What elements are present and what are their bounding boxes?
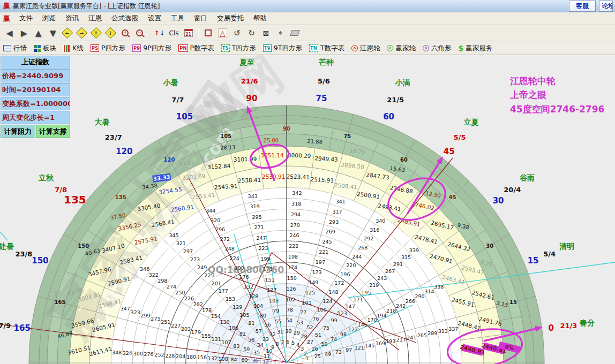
svg-text:322: 322 — [149, 272, 159, 278]
toolbar-item-kline[interactable]: K线 — [63, 44, 84, 53]
t-square-icon: TS — [221, 44, 230, 52]
toolbar-item-9p-square[interactable]: P99P四方形 — [132, 44, 171, 53]
svg-text:265: 265 — [417, 332, 427, 338]
quotes-icon — [3, 45, 11, 51]
toolbar-item-hexagon[interactable]: 六角形 — [423, 44, 452, 53]
svg-text:32: 32 — [269, 331, 276, 337]
app-window: { "window": { "title": "赢家江恩专业版[赢家服务平台] … — [0, 0, 615, 364]
toolbar-item-p-square[interactable]: PSP四方形 — [91, 44, 125, 53]
diamond-up-icon[interactable]: ↑ — [89, 27, 103, 40]
svg-text:78: 78 — [287, 307, 293, 313]
svg-text:314: 314 — [424, 289, 434, 294]
svg-text:195: 195 — [361, 290, 371, 295]
toolbar-item-t-number-table[interactable]: TNT数字表 — [309, 44, 344, 53]
toolbar-item-9t-square[interactable]: T99T四方形 — [263, 44, 302, 53]
menu-item-窗口[interactable]: 窗口 — [189, 13, 212, 24]
nav-right-icon[interactable]: ▶ — [17, 27, 31, 40]
svg-text:339: 339 — [409, 247, 419, 253]
svg-text:夏至: 夏至 — [239, 58, 254, 66]
toolbar-separator — [198, 28, 199, 39]
svg-text:243: 243 — [377, 275, 387, 281]
svg-text:148: 148 — [328, 289, 338, 295]
svg-text:347: 347 — [121, 306, 130, 312]
calc-support-button[interactable]: 计算支撑 — [36, 125, 71, 138]
svg-text:315: 315 — [401, 254, 411, 260]
diamond-left-icon[interactable]: ← — [60, 27, 74, 40]
menu-item-工具[interactable]: 工具 — [166, 13, 189, 24]
svg-text:298: 298 — [158, 278, 167, 284]
svg-text:83: 83 — [233, 343, 239, 349]
svg-text:299: 299 — [140, 313, 150, 318]
svg-text:7/7: 7/7 — [171, 96, 184, 104]
calc-resistance-button[interactable]: 计算阻力 — [1, 125, 35, 138]
svg-text:128: 128 — [249, 293, 258, 299]
forum-button[interactable]: 论坛 — [599, 1, 613, 12]
instrument-name: 上证指数 — [1, 56, 70, 69]
toolbar-item-winner-service[interactable]: $赢家服务 — [458, 44, 492, 53]
svg-text:120: 120 — [164, 157, 175, 163]
svg-text:21.88: 21.88 — [307, 138, 322, 145]
svg-text:171: 171 — [353, 297, 363, 302]
triangle-tool-icon[interactable]: △ — [215, 27, 230, 40]
menu-item-交易委托[interactable]: 交易委托 — [212, 13, 249, 24]
select-box-icon[interactable]: ⊠ — [259, 27, 273, 40]
gann-wheel-icon — [351, 45, 358, 51]
svg-text:292: 292 — [364, 236, 373, 241]
svg-text:297: 297 — [183, 248, 193, 254]
svg-text:342: 342 — [292, 190, 302, 196]
menu-item-浏览[interactable]: 浏览 — [38, 13, 61, 24]
customer-service-button[interactable]: 客服 — [569, 1, 596, 12]
svg-text:73: 73 — [335, 349, 342, 355]
svg-text:55: 55 — [275, 318, 281, 324]
calendar-icon[interactable]: 21 — [181, 27, 196, 40]
range-icon[interactable]: ↑↓ — [152, 27, 167, 40]
menu-item-江恩[interactable]: 江恩 — [84, 13, 107, 24]
svg-text:53: 53 — [297, 320, 303, 325]
nav-down-icon[interactable]: ▼ — [46, 27, 60, 40]
svg-text:228: 228 — [165, 353, 175, 359]
svg-text:15: 15 — [528, 256, 539, 266]
square-tool-icon[interactable] — [201, 27, 215, 40]
zoom-out-icon[interactable]: − — [132, 27, 147, 40]
gann-wheel-label: 江恩轮 — [360, 44, 380, 53]
sectors-icon — [34, 45, 41, 52]
svg-text:289: 289 — [428, 330, 437, 336]
svg-text:5: 5 — [291, 340, 295, 346]
svg-text:108: 108 — [219, 356, 228, 362]
toolbar-item-sectors[interactable]: 板块 — [34, 44, 56, 53]
svg-text:26: 26 — [312, 346, 318, 352]
crosshair-icon[interactable]: ⌖ — [273, 27, 288, 40]
diamond-right-icon[interactable]: → — [74, 27, 89, 40]
toolbar-separator — [149, 28, 150, 39]
svg-text:5/4: 5/4 — [543, 250, 556, 258]
svg-text:75: 75 — [323, 325, 329, 331]
menu-item-帮助[interactable]: 帮助 — [249, 13, 272, 24]
nav-up-icon[interactable]: ▲ — [31, 27, 46, 40]
svg-text:34: 34 — [257, 342, 264, 348]
9t-square-label: 9T四方形 — [274, 44, 302, 53]
toolbar-item-winner-wheel[interactable]: 赢家轮 — [387, 44, 416, 53]
menu-item-资讯[interactable]: 资讯 — [61, 13, 84, 24]
eraser-icon[interactable] — [288, 27, 302, 40]
svg-text:293: 293 — [329, 219, 339, 225]
cls-button[interactable]: Cls — [167, 27, 181, 40]
toolbar-item-gann-wheel[interactable]: 江恩轮 — [351, 44, 380, 53]
rotate-ccw-icon[interactable]: ↺ — [230, 27, 244, 40]
svg-text:27: 27 — [307, 339, 313, 345]
svg-text:152: 152 — [244, 284, 253, 290]
svg-text:77: 77 — [300, 309, 306, 315]
zoom-in-icon[interactable]: + — [118, 27, 132, 40]
diamond-down-icon[interactable]: ↓ — [103, 27, 118, 40]
menu-item-文件[interactable]: 文件 — [14, 13, 38, 24]
svg-text:81: 81 — [249, 320, 255, 326]
toolbar-item-quotes[interactable]: 行情 — [3, 44, 27, 53]
menu-item-设置[interactable]: 设置 — [143, 13, 166, 24]
menu-item-公式选股[interactable]: 公式选股 — [107, 13, 143, 24]
svg-text:198: 198 — [288, 254, 298, 260]
nav-left-icon[interactable]: ◀ — [2, 27, 17, 40]
rotate-cw-icon[interactable]: ↻ — [244, 27, 259, 40]
svg-text:84: 84 — [230, 357, 237, 362]
toolbar-item-p-number-table[interactable]: PNP数字表 — [178, 44, 214, 53]
svg-text:174: 174 — [288, 264, 297, 270]
toolbar-item-t-square[interactable]: TST四方形 — [221, 44, 256, 53]
